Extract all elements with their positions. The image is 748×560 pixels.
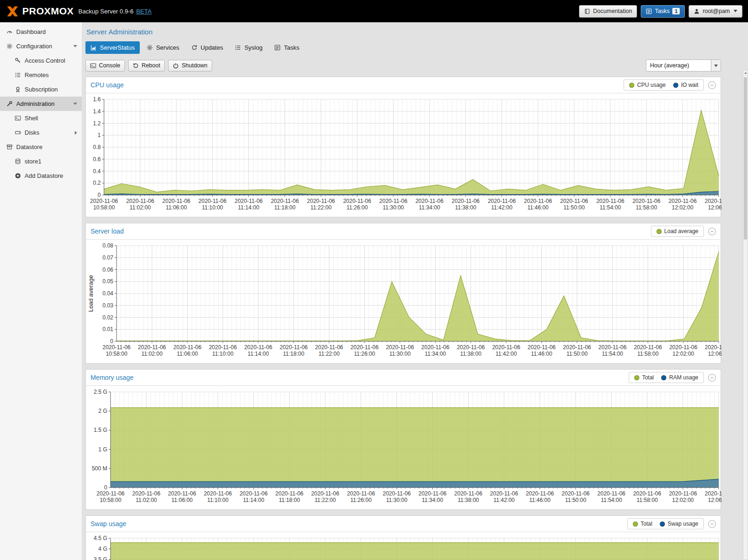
svg-text:2020-11-06: 2020-11-06: [173, 344, 202, 351]
svg-text:2020-11-06: 2020-11-06: [103, 344, 131, 351]
svg-text:2020-11-06: 2020-11-06: [705, 490, 722, 497]
svg-text:2020-11-06: 2020-11-06: [163, 198, 191, 204]
collapse-tool-icon[interactable]: −: [708, 374, 716, 382]
refresh-icon: [191, 45, 197, 51]
legend-label: CPU usage: [637, 82, 665, 88]
svg-text:2020-11-06: 2020-11-06: [234, 198, 263, 204]
svg-text:2020-11-06: 2020-11-06: [347, 490, 375, 497]
svg-text:11:58:00: 11:58:00: [636, 204, 657, 211]
sidebar-item-configuration[interactable]: Configuration: [0, 39, 82, 53]
chevron-down-icon[interactable]: [73, 45, 77, 47]
svg-text:1.2: 1.2: [93, 120, 101, 127]
time-range-select[interactable]: Hour (average): [646, 59, 721, 72]
sidebar-item-datastore[interactable]: Datastore: [0, 140, 82, 154]
beta-link[interactable]: BETA: [136, 8, 151, 15]
svg-text:2020-11-06: 2020-11-06: [669, 344, 697, 351]
legend-item-total: Total: [633, 521, 652, 527]
sidebar-item-disks[interactable]: Disks: [0, 125, 82, 140]
svg-text:0.6: 0.6: [93, 156, 101, 163]
svg-text:2020-11-06: 2020-11-06: [311, 490, 339, 497]
tab-updates[interactable]: Updates: [186, 41, 228, 54]
sidebar-item-subscription[interactable]: Subscription: [0, 82, 82, 97]
combo-trigger[interactable]: [711, 60, 721, 71]
scrollbar-thumb[interactable]: [744, 77, 747, 240]
tab-label: ServerStatus: [100, 44, 135, 51]
svg-text:2020-11-06: 2020-11-06: [634, 344, 662, 351]
collapse-tool-icon[interactable]: −: [708, 228, 716, 235]
tab-label: Tasks: [284, 44, 299, 51]
sidebar-item-administration[interactable]: Administration: [0, 97, 82, 111]
collapse-tool-icon[interactable]: −: [708, 520, 716, 528]
chevron-right-icon[interactable]: [75, 131, 77, 135]
svg-text:11:26:00: 11:26:00: [350, 497, 371, 503]
svg-text:12:02:00: 12:02:00: [672, 497, 694, 503]
svg-text:2020-11-06: 2020-11-06: [138, 344, 166, 351]
svg-text:12:02:00: 12:02:00: [672, 204, 694, 211]
svg-text:2020-11-06: 2020-11-06: [527, 344, 556, 351]
documentation-button[interactable]: Documentation: [579, 5, 637, 18]
vertical-scrollbar[interactable]: [743, 70, 748, 560]
svg-text:11:10:00: 11:10:00: [207, 497, 228, 503]
svg-text:2020-11-06: 2020-11-06: [315, 344, 344, 351]
svg-text:10:58:00: 10:58:00: [93, 204, 115, 211]
svg-text:11:54:00: 11:54:00: [602, 351, 623, 357]
svg-text:11:18:00: 11:18:00: [279, 497, 300, 503]
svg-text:11:54:00: 11:54:00: [599, 204, 621, 211]
sidebar-item-store1[interactable]: store1: [0, 154, 82, 169]
sidebar-item-label: Subscription: [25, 86, 58, 93]
svg-text:2020-11-06: 2020-11-06: [132, 490, 161, 497]
tab-services[interactable]: Services: [142, 41, 184, 54]
legend-label: Swap usage: [668, 521, 698, 527]
server-load-panel: Server load Load average − 00.010.020.03…: [85, 223, 721, 364]
svg-text:11:06:00: 11:06:00: [177, 351, 198, 357]
svg-text:2 G: 2 G: [98, 408, 107, 414]
svg-text:11:18:00: 11:18:00: [274, 204, 295, 211]
panel-title: Server load: [91, 228, 124, 235]
svg-text:11:10:00: 11:10:00: [212, 351, 234, 357]
panel-header: Server load Load average −: [86, 223, 721, 240]
svg-text:500 M: 500 M: [92, 465, 107, 472]
svg-text:2020-11-06: 2020-11-06: [168, 490, 196, 497]
collapse-tool-icon[interactable]: −: [708, 81, 716, 89]
sidebar-item-label: Datastore: [16, 143, 42, 150]
sidebar-item-label: Access Control: [25, 57, 65, 64]
toolbar: ConsoleRebootShutdown Hour (average): [85, 59, 721, 72]
svg-text:2020-11-06: 2020-11-06: [492, 344, 520, 351]
tab-syslog[interactable]: Syslog: [230, 41, 267, 54]
svg-text:2020-11-06: 2020-11-06: [209, 344, 237, 351]
button-label: Reboot: [142, 62, 160, 69]
chevron-down-icon[interactable]: [73, 103, 77, 105]
svg-text:11:38:00: 11:38:00: [460, 351, 481, 357]
sidebar-item-dashboard[interactable]: Dashboard: [0, 25, 82, 39]
svg-text:1 G: 1 G: [98, 446, 107, 453]
svg-text:12:06:00: 12:06:00: [708, 351, 722, 357]
svg-text:0: 0: [104, 484, 107, 491]
sidebar-item-shell[interactable]: Shell: [0, 111, 82, 125]
user-menu-button[interactable]: root@pam: [689, 5, 742, 18]
svg-text:12:02:00: 12:02:00: [672, 351, 694, 357]
sidebar-item-label: Remotes: [25, 72, 49, 78]
terminal-icon: [90, 63, 96, 69]
svg-text:2020-11-06: 2020-11-06: [633, 490, 662, 497]
legend-item-cpu-usage: CPU usage: [629, 82, 665, 88]
svg-text:11:46:00: 11:46:00: [529, 497, 551, 503]
svg-text:0.05: 0.05: [103, 278, 114, 285]
tab-serverstatus[interactable]: ServerStatus: [85, 41, 140, 54]
hdd-icon: [13, 130, 22, 136]
svg-text:2020-11-06: 2020-11-06: [126, 198, 155, 204]
scroll-up-button[interactable]: [743, 71, 748, 76]
console-button[interactable]: Console: [85, 60, 125, 72]
svg-text:0.01: 0.01: [103, 326, 114, 332]
shutdown-button[interactable]: Shutdown: [168, 60, 212, 72]
panel-title: Swap usage: [91, 520, 126, 527]
svg-text:2020-11-06: 2020-11-06: [563, 344, 592, 351]
sidebar-item-add-datastore[interactable]: Add Datastore: [0, 169, 82, 183]
sidebar-item-label: Shell: [25, 115, 38, 122]
sidebar-item-remotes[interactable]: Remotes: [0, 68, 82, 82]
panel-header: CPU usage CPU usageIO wait −: [86, 77, 721, 93]
sidebar-item-access-control[interactable]: Access Control: [0, 53, 82, 68]
tasks-button[interactable]: Tasks 1: [641, 5, 685, 18]
tab-tasks[interactable]: Tasks: [269, 41, 304, 54]
reboot-button[interactable]: Reboot: [128, 60, 165, 72]
svg-text:2020-11-06: 2020-11-06: [705, 198, 722, 204]
